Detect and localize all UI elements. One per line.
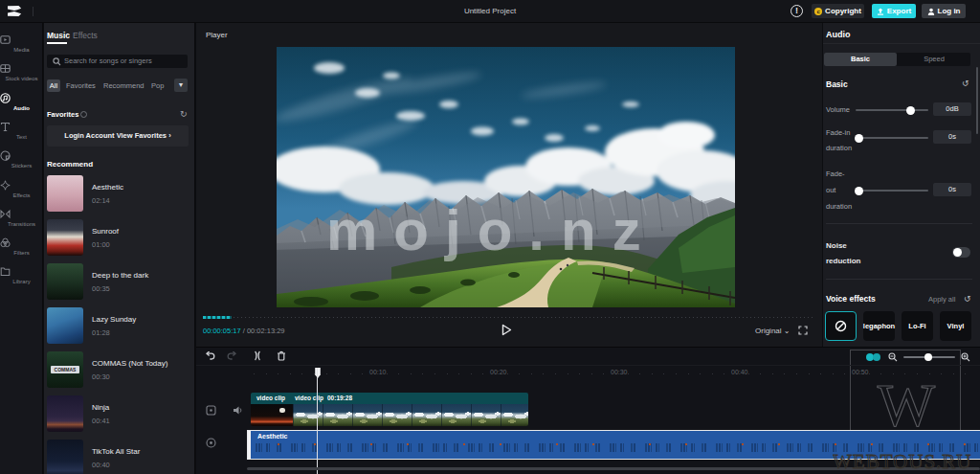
svg-text:WEBTOUS.RU: WEBTOUS.RU [833,450,972,473]
svg-text:W: W [878,373,936,433]
